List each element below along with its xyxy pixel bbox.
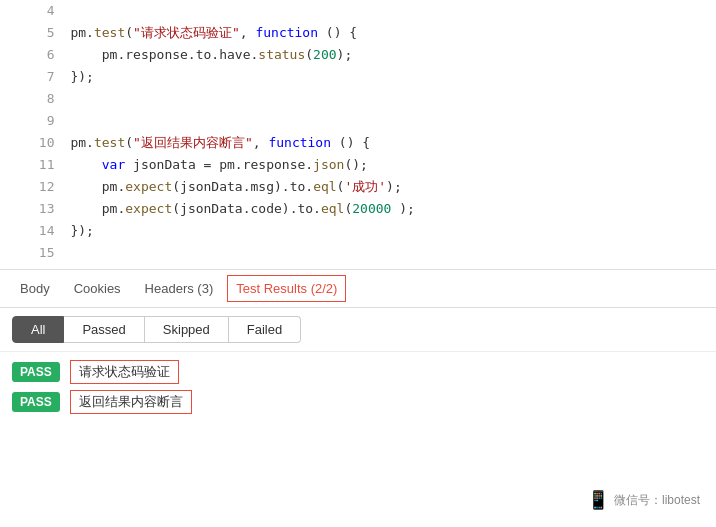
watermark-text: 微信号：libotest [614, 492, 700, 509]
line-number: 11 [0, 154, 66, 176]
tab-item[interactable]: Test Results (2/2) [227, 275, 346, 302]
line-content: pm.expect(jsonData.msg).to.eql('成功'); [66, 176, 716, 198]
code-line: 6 pm.response.to.have.status(200); [0, 44, 716, 66]
line-number: 10 [0, 132, 66, 154]
line-content: }); [66, 66, 716, 88]
line-number: 9 [0, 110, 66, 132]
results-area: PASS请求状态码验证PASS返回结果内容断言 [0, 352, 716, 428]
code-line: 13 pm.expect(jsonData.code).to.eql(20000… [0, 198, 716, 220]
line-number: 8 [0, 88, 66, 110]
code-editor: 4 5pm.test("请求状态码验证", function () {6 pm.… [0, 0, 716, 270]
watermark-icon: 📱 [587, 489, 609, 511]
filter-bar: AllPassedSkippedFailed [0, 308, 716, 352]
app-container: 4 5pm.test("请求状态码验证", function () {6 pm.… [0, 0, 716, 527]
line-content: var jsonData = pm.response.json(); [66, 154, 716, 176]
line-content [66, 88, 716, 110]
line-number: 14 [0, 220, 66, 242]
tab-item[interactable]: Headers (3) [135, 273, 224, 304]
line-number: 13 [0, 198, 66, 220]
line-content [66, 0, 716, 22]
result-name: 返回结果内容断言 [70, 390, 192, 414]
tab-item[interactable]: Body [10, 273, 60, 304]
code-line: 15 [0, 242, 716, 264]
tabs-bar: BodyCookiesHeaders (3)Test Results (2/2) [0, 270, 716, 308]
code-line: 4 [0, 0, 716, 22]
line-content: pm.response.to.have.status(200); [66, 44, 716, 66]
line-number: 15 [0, 242, 66, 264]
line-content [66, 242, 716, 264]
result-row: PASS请求状态码验证 [12, 360, 704, 384]
code-line: 5pm.test("请求状态码验证", function () { [0, 22, 716, 44]
filter-button[interactable]: Skipped [145, 316, 229, 343]
line-content: pm.expect(jsonData.code).to.eql(20000 ); [66, 198, 716, 220]
watermark: 📱 微信号：libotest [587, 489, 700, 511]
pass-badge: PASS [12, 362, 60, 382]
result-row: PASS返回结果内容断言 [12, 390, 704, 414]
line-number: 6 [0, 44, 66, 66]
code-line: 14}); [0, 220, 716, 242]
line-content [66, 110, 716, 132]
filter-button[interactable]: Passed [64, 316, 144, 343]
filter-button[interactable]: Failed [229, 316, 301, 343]
line-content: }); [66, 220, 716, 242]
line-content: pm.test("返回结果内容断言", function () { [66, 132, 716, 154]
result-name: 请求状态码验证 [70, 360, 179, 384]
code-line: 9 [0, 110, 716, 132]
line-number: 12 [0, 176, 66, 198]
line-content: pm.test("请求状态码验证", function () { [66, 22, 716, 44]
code-line: 12 pm.expect(jsonData.msg).to.eql('成功'); [0, 176, 716, 198]
line-number: 4 [0, 0, 66, 22]
code-line: 11 var jsonData = pm.response.json(); [0, 154, 716, 176]
line-number: 5 [0, 22, 66, 44]
code-line: 10pm.test("返回结果内容断言", function () { [0, 132, 716, 154]
line-number: 7 [0, 66, 66, 88]
code-line: 7}); [0, 66, 716, 88]
pass-badge: PASS [12, 392, 60, 412]
tab-item[interactable]: Cookies [64, 273, 131, 304]
code-line: 8 [0, 88, 716, 110]
filter-button[interactable]: All [12, 316, 64, 343]
